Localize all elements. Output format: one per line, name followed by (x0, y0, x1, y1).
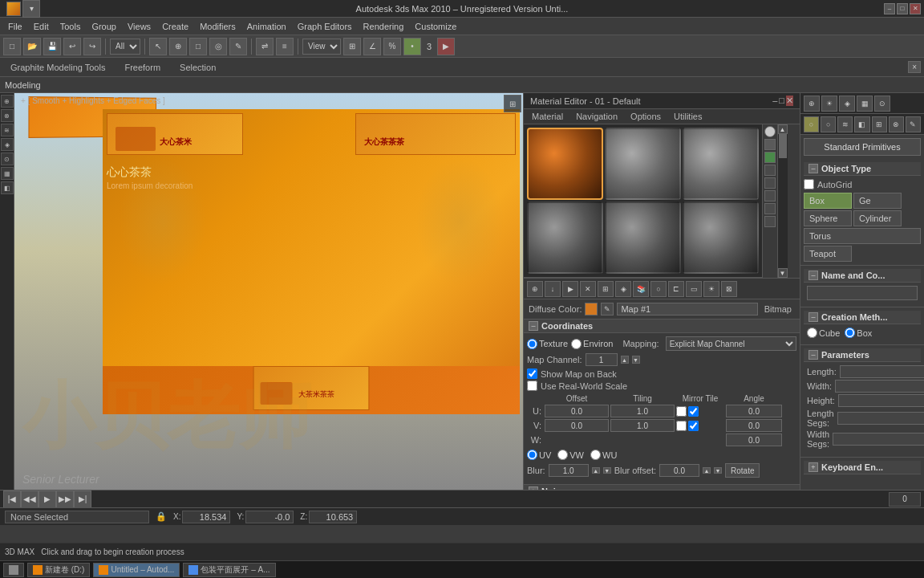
angle-v-input[interactable] (726, 419, 782, 432)
taskbar-start[interactable] (3, 563, 24, 577)
teapot-btn[interactable]: Teapot (804, 246, 852, 262)
length-input[interactable] (840, 365, 924, 378)
z-input[interactable] (309, 511, 357, 523)
minimize-btn[interactable]: – (884, 3, 895, 14)
select-move-btn[interactable]: ⊕ (169, 38, 187, 55)
map-channel-down[interactable]: ▼ (632, 356, 640, 364)
viewport-canvas[interactable]: 大心茶米 心心茶茶 Lorem ipsum decoration 大心茶茶茶 (14, 93, 523, 490)
taskbar-package[interactable]: 包装平面展开 – A... (183, 563, 275, 577)
sphere-side-btn-3[interactable] (764, 152, 776, 163)
subtoolbar-close[interactable]: × (908, 61, 921, 73)
mirror-v-cb[interactable] (676, 421, 687, 431)
ls-btn-2[interactable]: ⊗ (1, 109, 14, 122)
blur-input[interactable] (549, 464, 589, 477)
fr-tb2-btn7[interactable]: ✎ (906, 116, 921, 132)
paint-select-btn[interactable]: ✎ (229, 38, 247, 55)
mat-tb-put[interactable]: ↓ (545, 281, 561, 297)
fr-btn-1[interactable]: ⊕ (804, 96, 820, 112)
wu-radio[interactable]: WU (590, 450, 617, 460)
sphere-side-btn-5[interactable] (764, 177, 776, 189)
graphite-tools-label[interactable]: Graphite Modeling Tools (3, 60, 112, 75)
ls-btn-7[interactable]: ◧ (1, 181, 14, 194)
mat-tb-get[interactable]: ⊕ (527, 281, 543, 297)
play-btn[interactable]: ▶ (38, 490, 56, 508)
offset-u-input[interactable] (545, 405, 609, 417)
mat-menu-options[interactable]: Options (626, 111, 666, 122)
real-world-checkbox[interactable] (527, 381, 537, 391)
modeling-tab-label[interactable]: Modeling (5, 80, 41, 90)
new-btn[interactable]: □ (3, 38, 21, 55)
mat-menu-material[interactable]: Material (527, 111, 568, 122)
spinner-snap-btn[interactable]: • (403, 38, 421, 55)
tile-v-cb[interactable] (688, 421, 699, 431)
next-key-btn[interactable]: ▶▶ (56, 490, 74, 508)
menu-animation[interactable]: Animation (242, 20, 291, 33)
environ-radio[interactable]: Environ (571, 339, 613, 349)
viewport-maximize-btn[interactable]: ⊞ (504, 95, 521, 112)
name-input[interactable] (807, 286, 918, 300)
fr-btn-4[interactable]: ▦ (857, 96, 873, 112)
mat-editor-close[interactable]: ✕ (786, 96, 793, 106)
menu-graph-editors[interactable]: Graph Editors (293, 20, 357, 33)
scrollbar-thumb[interactable] (779, 134, 787, 158)
height-input[interactable] (838, 394, 924, 407)
mapping-select[interactable]: Explicit Map Channel (666, 336, 796, 351)
mat-tb-cylinder[interactable]: ⊏ (668, 281, 684, 297)
mat-tb-backlight[interactable]: ☀ (703, 281, 719, 297)
menu-views[interactable]: Views (123, 20, 156, 33)
fr-tb2-btn2[interactable]: ○ (821, 116, 836, 132)
freeform-label[interactable]: Freeform (117, 60, 168, 75)
obj-type-expand-btn[interactable]: – (808, 164, 818, 173)
keyboard-header[interactable]: + Keyboard En... (804, 461, 921, 474)
mat-editor-minimize[interactable]: – (772, 96, 777, 106)
scrollbar-down-btn[interactable]: ▼ (778, 268, 788, 278)
open-btn[interactable]: 📂 (23, 38, 41, 55)
mat-sphere-3[interactable] (683, 128, 759, 200)
ls-btn-5[interactable]: ⊙ (1, 153, 14, 165)
angle-w-input[interactable] (726, 434, 782, 446)
cube-radio[interactable]: Cube (807, 328, 840, 338)
menu-create[interactable]: Create (157, 20, 193, 33)
select-btn[interactable]: ↖ (149, 38, 167, 55)
keyboard-expand-btn[interactable]: + (808, 462, 818, 472)
mat-tb-bg[interactable]: ⊠ (721, 281, 737, 297)
lasso-btn[interactable]: ◎ (209, 38, 227, 55)
x-input[interactable] (182, 511, 230, 523)
taskbar-3dsmax[interactable]: Untitled – Autod... (93, 563, 180, 577)
sphere-side-btn-6[interactable] (764, 190, 776, 201)
mat-tb-sphere[interactable]: ○ (650, 281, 667, 297)
torus-btn[interactable]: Torus (804, 228, 921, 244)
mat-sphere-6[interactable] (683, 201, 759, 274)
ls-btn-1[interactable]: ⊕ (1, 95, 14, 108)
ls-btn-3[interactable]: ≋ (1, 124, 14, 136)
blur-spindown[interactable]: ▼ (603, 467, 611, 474)
ls-btn-4[interactable]: ◈ (1, 138, 14, 151)
mat-sphere-1[interactable] (527, 128, 603, 200)
mat-menu-utilities[interactable]: Utilities (669, 111, 707, 122)
snap-btn[interactable]: ⊞ (343, 38, 361, 55)
fr-btn-2[interactable]: ☀ (821, 96, 837, 112)
tiling-u-input[interactable] (610, 405, 675, 417)
quick-access-btn[interactable]: ▾ (22, 0, 40, 18)
mat-tb-assign[interactable]: ▶ (562, 281, 578, 297)
cylinder-btn[interactable]: Cylinder (853, 210, 902, 226)
texture-radio[interactable]: Texture (527, 339, 568, 349)
mat-tb-delete[interactable]: ✕ (580, 281, 596, 297)
redo-btn[interactable]: ↪ (83, 38, 101, 55)
noise-header[interactable]: + Noise (524, 485, 800, 490)
sphere-side-btn-4[interactable] (764, 165, 776, 176)
show-map-checkbox[interactable] (527, 368, 537, 379)
filter-select[interactable]: All (110, 39, 140, 55)
maximize-btn[interactable]: □ (897, 3, 908, 14)
viewport[interactable]: + [ Smooth + Highlights + Edged Faces ] … (14, 93, 523, 490)
coordinates-header[interactable]: – Coordinates (524, 320, 800, 333)
undo-btn[interactable]: ↩ (63, 38, 81, 55)
blur-offset-spindown[interactable]: ▼ (714, 467, 722, 474)
menu-edit[interactable]: Edit (29, 20, 54, 33)
taskbar-newvol[interactable]: 新建卷 (D:) (27, 563, 90, 577)
frame-input[interactable] (889, 492, 921, 507)
diffuse-pencil-btn[interactable]: ✎ (601, 303, 614, 315)
obj-type-header-row[interactable]: – Object Type (804, 162, 921, 176)
menu-customize[interactable]: Customize (410, 20, 461, 33)
map-channel-up[interactable]: ▲ (621, 356, 629, 364)
